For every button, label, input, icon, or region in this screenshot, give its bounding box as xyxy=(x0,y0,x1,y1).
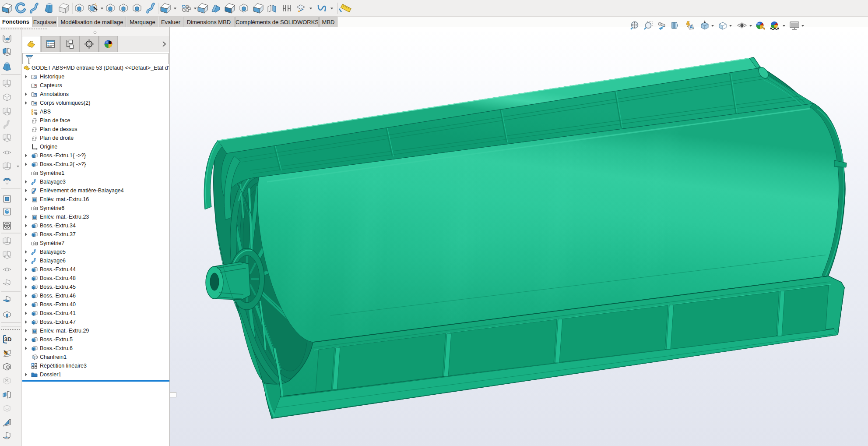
svg-text:A: A xyxy=(34,93,36,96)
svg-text:A: A xyxy=(689,25,692,29)
svg-text:3D: 3D xyxy=(4,336,12,343)
